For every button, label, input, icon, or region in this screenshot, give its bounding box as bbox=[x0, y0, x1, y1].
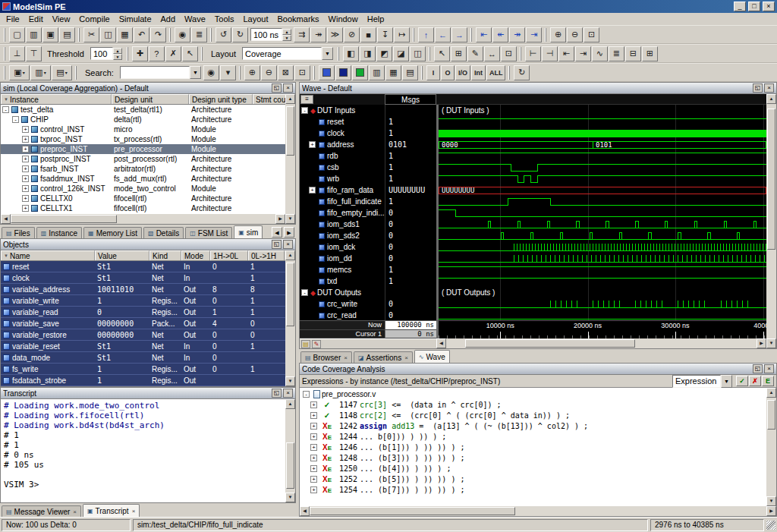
run-all-icon[interactable]: ≫ bbox=[327, 27, 343, 42]
cursor-row[interactable]: Cursor 1 0 ns bbox=[300, 330, 436, 339]
sim-tab-fsm-list[interactable]: ◫FSM List bbox=[185, 227, 232, 238]
toolbar-handle[interactable] bbox=[78, 28, 80, 42]
objects-row[interactable]: variable_save00000000Pack...Out40 bbox=[1, 318, 285, 329]
wave-signal-name-cell[interactable]: iom_dd bbox=[300, 253, 385, 264]
wave-signal-row[interactable]: iom_dck0 bbox=[300, 241, 766, 253]
coverage-vertical-scrollbar-up-icon[interactable]: ▲ bbox=[766, 388, 776, 398]
copy-icon[interactable]: ◫ bbox=[100, 27, 116, 42]
wave-signal-row[interactable]: wrb1 bbox=[300, 173, 766, 184]
menu-window[interactable]: Window bbox=[324, 14, 363, 24]
sim-tab-instance[interactable]: ▥Instance bbox=[36, 227, 82, 238]
zoom-fit-tool-icon[interactable]: ⊡ bbox=[294, 65, 310, 80]
close-icon[interactable]: × bbox=[764, 83, 774, 93]
coverage-save-icon[interactable]: ◩ bbox=[376, 46, 392, 61]
forward-icon[interactable]: → bbox=[451, 27, 467, 42]
close-icon[interactable]: × bbox=[283, 240, 293, 249]
close-icon[interactable]: × bbox=[283, 389, 293, 398]
toolbar-handle[interactable] bbox=[169, 28, 171, 42]
objects-row[interactable]: variable_read0Regis...Out11 bbox=[1, 307, 285, 318]
collapse-expander[interactable]: - bbox=[301, 107, 308, 114]
toolbar-handle[interactable] bbox=[4, 47, 6, 61]
new-file-icon[interactable]: ▢ bbox=[9, 27, 25, 42]
coverage-clear-icon[interactable]: ◪ bbox=[393, 46, 409, 61]
coverage-line[interactable]: +XE1250... (b[4])) ) )) ) ; bbox=[300, 463, 766, 474]
cut-icon[interactable]: ✂ bbox=[83, 27, 99, 42]
wave-signal-name-cell[interactable]: -◆DUT Outputs bbox=[300, 287, 385, 298]
coverage-line[interactable]: +✓1148crc[2] <= (crc[0] ^ ( (crc[0] ^ da… bbox=[300, 410, 766, 420]
threshold-field-spinner[interactable]: ▲▼ bbox=[113, 48, 122, 60]
wave-signal-row[interactable]: +fifo_ram_dataUUUUUUUUUUUUUUUU bbox=[300, 184, 766, 196]
search-options-icon[interactable]: ▾ bbox=[220, 65, 236, 80]
wave-signal-name-cell[interactable]: iom_sds2 bbox=[300, 230, 385, 241]
grid-style-icon[interactable]: ▥ bbox=[369, 65, 385, 80]
zoom-out-tool-icon[interactable]: ⊖ bbox=[261, 65, 277, 80]
sim-tree-row[interactable]: +control_INSTmicroModule bbox=[1, 124, 285, 134]
run-length-field-spinner[interactable]: ▲▼ bbox=[282, 29, 291, 41]
wave-vertical-scrollbar[interactable]: ▲▼ bbox=[766, 94, 776, 348]
back-icon[interactable]: ← bbox=[435, 27, 451, 42]
expand-threshold-icon[interactable]: ⊥ bbox=[9, 46, 25, 61]
expand-expander[interactable]: + bbox=[310, 423, 317, 430]
run-continue-icon[interactable]: ↠ bbox=[310, 27, 326, 42]
run-length-field-value[interactable]: 100 ns bbox=[250, 28, 282, 41]
coverage-enable-icon[interactable]: ◧ bbox=[343, 46, 359, 61]
tab-close-icon[interactable]: × bbox=[73, 508, 77, 515]
wave-signal-row[interactable]: txd1 bbox=[300, 275, 766, 287]
sim-tab-sim[interactable]: ▣sim bbox=[234, 225, 263, 238]
threshold-field-down-icon[interactable]: ▼ bbox=[113, 54, 122, 60]
objects-vertical-scrollbar-thumb[interactable] bbox=[286, 263, 294, 326]
layout-combo-arrow-icon[interactable]: ▼ bbox=[322, 47, 333, 60]
objects-column-0l-1h[interactable]: 0L->1H bbox=[248, 250, 285, 260]
coverage-type-combo[interactable]: Expression ▼ bbox=[672, 375, 732, 388]
menu-wave[interactable]: Wave bbox=[180, 14, 210, 24]
objects-column-name[interactable]: ▼Name bbox=[1, 250, 95, 260]
wave-signal-name-cell[interactable]: +fifo_ram_data bbox=[300, 184, 385, 196]
wave-signal-row[interactable]: crc_write0 bbox=[300, 298, 766, 310]
wave-signal-row[interactable]: fifo_full_indicate1 bbox=[300, 196, 766, 207]
titlebar[interactable]: ModelSim PE _ □ × bbox=[0, 0, 777, 13]
sim-column-stmt-cou[interactable]: Stmt cou bbox=[253, 94, 285, 104]
search-input-arrow-icon[interactable]: ▼ bbox=[190, 66, 201, 79]
zoom-in-icon[interactable]: ⊕ bbox=[550, 27, 566, 42]
expand-expander[interactable]: + bbox=[310, 444, 317, 451]
open-folder-icon[interactable]: ▥ bbox=[26, 27, 42, 42]
wave-list-icon[interactable]: ≣ bbox=[609, 46, 624, 61]
wave-signal-name-cell[interactable]: +address bbox=[300, 139, 385, 150]
expand-expander[interactable]: + bbox=[310, 401, 317, 408]
search-next-icon[interactable]: ◉ bbox=[203, 65, 219, 80]
wave-signal-row[interactable]: clock1 bbox=[300, 127, 766, 139]
sim-horizontal-scrollbar-thumb[interactable] bbox=[11, 215, 117, 223]
find-icon[interactable]: ◉ bbox=[175, 27, 190, 42]
toolbar-handle[interactable] bbox=[4, 66, 6, 80]
transcript-vertical-scrollbar-up-icon[interactable]: ▲ bbox=[285, 399, 295, 409]
coverage-type-arrow[interactable]: ▼ bbox=[721, 375, 732, 388]
dock-icon[interactable]: ◱ bbox=[272, 83, 282, 93]
layout-combo-value[interactable]: Coverage bbox=[242, 47, 322, 60]
expand-expander[interactable]: + bbox=[309, 141, 316, 148]
sim-tree-row[interactable]: +CELLTX1fifocell(rtl)Architecture bbox=[1, 203, 285, 213]
wave-signal-name-cell[interactable]: txd bbox=[300, 275, 385, 287]
wave-signal-name-cell[interactable]: fifo_full_indicate bbox=[300, 196, 385, 207]
wave-signal-name-cell[interactable]: crc_read bbox=[300, 310, 385, 320]
break-icon[interactable]: ⊘ bbox=[344, 27, 360, 42]
tab-scroll-right-icon[interactable]: ▶ bbox=[284, 227, 294, 238]
coverage-vertical-scrollbar-down-icon[interactable]: ▼ bbox=[766, 496, 776, 506]
sim-horizontal-scrollbar-right-icon[interactable]: ▶ bbox=[275, 214, 285, 224]
wave-panel-header[interactable]: Wave - Default ◱ × bbox=[300, 83, 776, 94]
insert-cursor-corner-icon[interactable]: ▤ bbox=[301, 340, 310, 348]
cursor-left-icon[interactable]: ⊢ bbox=[525, 46, 541, 61]
sim-tab-details[interactable]: ▧Details bbox=[143, 227, 184, 238]
menu-layout[interactable]: Layout bbox=[239, 14, 273, 24]
tab-close-icon[interactable]: × bbox=[132, 508, 136, 515]
redo-icon[interactable]: ↷ bbox=[150, 27, 166, 42]
menu-simulate[interactable]: Simulate bbox=[115, 14, 156, 24]
menu-file[interactable]: File bbox=[2, 14, 24, 24]
coverage-report-icon[interactable]: ◨ bbox=[360, 46, 376, 61]
collapse-threshold-icon[interactable]: ⊤ bbox=[26, 46, 42, 61]
minimize-button[interactable]: _ bbox=[734, 2, 746, 11]
ports-inout-button[interactable]: I/O bbox=[455, 65, 470, 80]
wave-msgs-header[interactable]: Msgs bbox=[385, 94, 436, 105]
toolbar-handle[interactable] bbox=[201, 47, 203, 61]
refresh-coverage-icon[interactable]: ↻ bbox=[514, 65, 530, 80]
next-transition-icon[interactable]: ↠ bbox=[509, 27, 525, 42]
